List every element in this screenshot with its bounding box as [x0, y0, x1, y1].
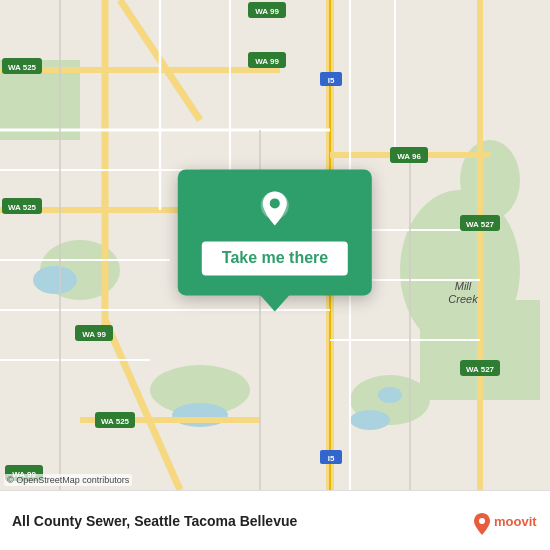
svg-text:I5: I5 — [328, 76, 335, 85]
moovit-wordmark: moovit — [468, 507, 538, 535]
svg-text:WA 525: WA 525 — [8, 63, 37, 72]
svg-text:I5: I5 — [328, 454, 335, 463]
svg-point-70 — [270, 198, 280, 208]
moovit-logo: moovit — [468, 507, 538, 535]
location-pin-icon — [253, 187, 297, 231]
svg-text:WA 99: WA 99 — [255, 57, 279, 66]
svg-point-9 — [172, 403, 228, 427]
popup-card: Take me there — [178, 169, 372, 295]
svg-text:WA 527: WA 527 — [466, 220, 495, 229]
svg-text:WA 99: WA 99 — [255, 7, 279, 16]
svg-point-10 — [350, 410, 390, 430]
svg-text:WA 527: WA 527 — [466, 365, 495, 374]
svg-text:WA 96: WA 96 — [397, 152, 421, 161]
svg-text:Creek: Creek — [448, 293, 478, 305]
svg-text:WA 525: WA 525 — [101, 417, 130, 426]
take-me-there-button[interactable]: Take me there — [202, 241, 348, 275]
svg-text:WA 525: WA 525 — [8, 203, 37, 212]
map-container: I5 I5 I5 WA 99 WA 99 WA 99 WA 99 WA 525 … — [0, 0, 550, 490]
location-info: All County Sewer, Seattle Tacoma Bellevu… — [12, 513, 297, 529]
svg-text:moovit: moovit — [494, 514, 537, 529]
svg-text:WA 99: WA 99 — [82, 330, 106, 339]
svg-point-11 — [378, 387, 402, 403]
svg-text:Mill: Mill — [455, 280, 472, 292]
bottom-bar: All County Sewer, Seattle Tacoma Bellevu… — [0, 490, 550, 550]
map-copyright: © OpenStreetMap contributors — [4, 474, 132, 486]
location-name: All County Sewer, Seattle Tacoma Bellevu… — [12, 513, 297, 529]
svg-point-71 — [479, 518, 485, 524]
svg-point-8 — [33, 266, 77, 294]
